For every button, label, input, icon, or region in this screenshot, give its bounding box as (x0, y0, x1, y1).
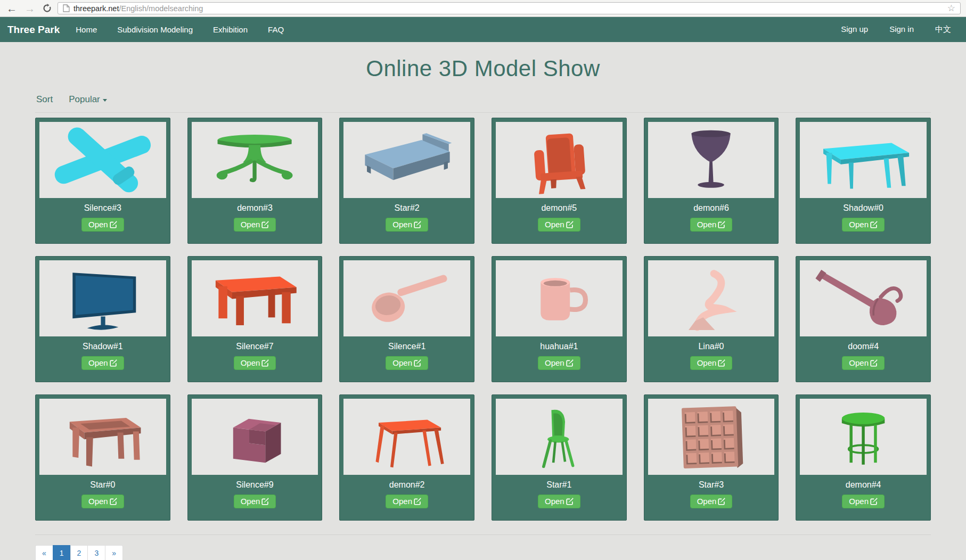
signin-link[interactable]: Sign in (889, 24, 914, 35)
model-card: Star#3 Open (644, 394, 779, 521)
language-link[interactable]: 中文 (935, 24, 951, 35)
open-button-label: Open (697, 358, 717, 367)
url-path: /English/modelsearching (119, 4, 203, 13)
sort-label: Sort (36, 94, 53, 105)
edit-icon (414, 359, 421, 367)
open-button[interactable]: Open (842, 495, 885, 508)
model-card: demon#4 Open (796, 394, 931, 521)
model-card: demon#2 Open (339, 394, 474, 521)
signup-link[interactable]: Sign up (841, 24, 868, 35)
open-button[interactable]: Open (386, 495, 428, 508)
nav-item-exhibition[interactable]: Exhibition (213, 25, 248, 34)
open-button[interactable]: Open (538, 356, 580, 370)
edit-icon (110, 359, 117, 367)
open-button[interactable]: Open (690, 218, 733, 232)
model-image (648, 122, 775, 198)
brand-logo[interactable]: Three Park (7, 24, 60, 36)
model-image (648, 399, 775, 475)
open-button[interactable]: Open (538, 495, 580, 508)
open-button-label: Open (545, 497, 564, 506)
model-image (192, 122, 318, 198)
nav-item-faq[interactable]: FAQ (268, 25, 284, 34)
refresh-button[interactable] (42, 3, 52, 14)
pagination: «123» (35, 545, 123, 560)
sort-toolbar: Sort Popular (35, 92, 931, 112)
edit-icon (261, 221, 269, 228)
back-button[interactable]: ← (5, 3, 18, 14)
edit-icon (870, 359, 878, 367)
open-button-label: Open (545, 220, 564, 229)
address-bar[interactable]: threepark.net/English/modelsearching ☆ (58, 2, 961, 14)
nav-item-home[interactable]: Home (76, 25, 97, 34)
model-card: huahua#1 Open (492, 256, 627, 382)
open-button[interactable]: Open (234, 356, 276, 370)
model-card: Silence#1 Open (339, 256, 474, 382)
page-button[interactable]: 2 (70, 545, 88, 560)
model-card: Star#1 Open (492, 394, 627, 521)
open-button-label: Open (88, 220, 108, 229)
page-button[interactable]: 1 (53, 545, 71, 560)
open-button-label: Open (849, 220, 869, 229)
open-button[interactable]: Open (81, 356, 124, 370)
edit-icon (414, 221, 421, 228)
open-button-label: Open (241, 358, 260, 367)
model-image (800, 399, 927, 475)
model-name: demon#4 (800, 475, 927, 495)
model-image (39, 122, 166, 198)
model-image (496, 122, 623, 198)
page-button[interactable]: 3 (87, 545, 105, 560)
open-button[interactable]: Open (690, 495, 733, 508)
model-card: Lina#0 Open (644, 256, 779, 382)
open-button[interactable]: Open (842, 218, 885, 232)
edit-icon (566, 359, 574, 367)
popular-dropdown[interactable]: Popular (69, 94, 107, 105)
model-name: demon#3 (192, 198, 318, 218)
open-button-label: Open (241, 220, 260, 229)
nav-right: Sign up Sign in 中文 (841, 24, 951, 35)
page-title: Online 3D Model Show (0, 56, 966, 81)
nav-item-subdivision-modeling[interactable]: Subdivision Modeling (117, 25, 193, 34)
model-name: Silence#9 (192, 475, 318, 495)
url-host: threepark.net (73, 4, 119, 13)
open-button[interactable]: Open (81, 218, 124, 232)
edit-icon (870, 498, 878, 505)
model-name: demon#2 (343, 475, 470, 495)
model-name: huahua#1 (496, 336, 623, 356)
open-button-label: Open (241, 497, 260, 506)
forward-button[interactable]: → (23, 3, 36, 14)
model-image (192, 399, 318, 475)
url-text: threepark.net/English/modelsearching (73, 4, 203, 13)
refresh-icon (43, 4, 52, 13)
open-button[interactable]: Open (386, 218, 428, 232)
prev-page-button[interactable]: « (35, 545, 53, 560)
model-card: demon#5 Open (492, 118, 627, 244)
model-card: Shadow#1 Open (35, 256, 170, 382)
browser-toolbar: ← → threepark.net/English/modelsearching… (0, 0, 966, 17)
open-button[interactable]: Open (81, 495, 124, 508)
open-button-label: Open (392, 497, 412, 506)
model-image (648, 260, 775, 336)
model-name: demon#6 (648, 198, 775, 218)
model-name: Shadow#0 (800, 198, 927, 218)
open-button[interactable]: Open (234, 495, 276, 508)
caret-down-icon (103, 99, 107, 102)
model-image (39, 399, 166, 475)
edit-icon (718, 498, 725, 505)
edit-icon (566, 221, 574, 228)
open-button[interactable]: Open (842, 356, 885, 370)
open-button[interactable]: Open (538, 218, 580, 232)
open-button[interactable]: Open (234, 218, 276, 232)
model-image (496, 260, 623, 336)
model-card: Star#2 Open (339, 118, 474, 244)
open-button[interactable]: Open (386, 356, 428, 370)
open-button[interactable]: Open (690, 356, 733, 370)
model-image (343, 399, 470, 475)
edit-icon (110, 498, 117, 505)
edit-icon (261, 359, 269, 367)
bookmark-star-icon[interactable]: ☆ (947, 3, 955, 14)
model-name: Star#1 (496, 475, 623, 495)
model-image (192, 260, 318, 336)
model-card: Silence#3 Open (35, 118, 170, 244)
next-page-button[interactable]: » (105, 545, 123, 560)
model-name: Silence#3 (39, 198, 166, 218)
